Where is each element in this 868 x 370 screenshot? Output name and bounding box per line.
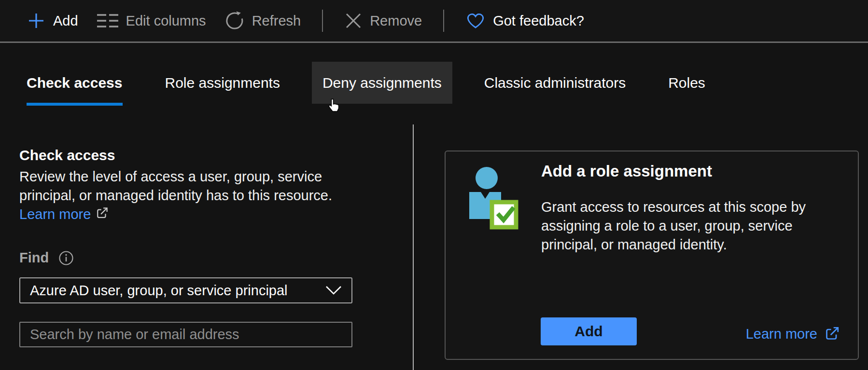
edit-columns-label: Edit columns xyxy=(126,13,206,29)
tab-label: Roles xyxy=(668,75,705,91)
remove-label: Remove xyxy=(370,13,422,29)
panel-heading: Check access xyxy=(19,147,352,164)
refresh-icon xyxy=(224,11,245,31)
edit-columns-icon xyxy=(97,14,119,28)
tab-role-assignments[interactable]: Role assignments xyxy=(154,62,291,104)
remove-button[interactable]: Remove xyxy=(344,12,422,30)
find-type-dropdown-value: Azure AD user, group, or service princip… xyxy=(30,283,288,299)
tab-classic-administrators[interactable]: Classic administrators xyxy=(474,62,636,104)
external-link-icon xyxy=(823,325,840,343)
tab-label: Deny assignments xyxy=(322,75,442,91)
add-button[interactable]: Add xyxy=(27,11,78,30)
check-access-panel: Check access Review the level of access … xyxy=(19,147,352,347)
tab-deny-assignments[interactable]: Deny assignments xyxy=(312,62,452,104)
find-label: Find xyxy=(19,250,49,266)
role-assignment-icon xyxy=(466,164,520,231)
tab-strip: Check access Role assignments Deny assig… xyxy=(16,62,716,104)
toolbar-separator xyxy=(443,10,444,32)
card-description: Grant access to resources at this scope … xyxy=(541,198,831,254)
learn-more-link[interactable]: Learn more xyxy=(19,206,91,222)
panel-description-text: Review the level of access a user, group… xyxy=(19,169,332,203)
card-learn-more: Learn more xyxy=(746,325,840,343)
heart-icon xyxy=(465,12,486,30)
card-add-button[interactable]: Add xyxy=(541,317,637,345)
toolbar-separator xyxy=(322,10,323,32)
refresh-label: Refresh xyxy=(252,13,301,29)
tab-label: Classic administrators xyxy=(484,75,626,91)
feedback-label: Got feedback? xyxy=(493,13,584,29)
card-title: Add a role assignment xyxy=(541,162,712,180)
feedback-button[interactable]: Got feedback? xyxy=(465,12,584,30)
find-row: Find xyxy=(19,250,352,266)
info-icon[interactable] xyxy=(58,250,74,266)
azure-access-control-page: Add Edit columns Refresh Remove xyxy=(0,0,868,370)
external-link-icon xyxy=(95,206,109,220)
tab-label: Role assignments xyxy=(165,75,280,91)
tab-check-access[interactable]: Check access xyxy=(16,62,133,104)
panel-description: Review the level of access a user, group… xyxy=(19,167,347,224)
card-learn-more-link[interactable]: Learn more xyxy=(746,326,817,342)
panel-divider xyxy=(413,124,414,370)
command-toolbar: Add Edit columns Refresh Remove xyxy=(0,0,868,43)
mouse-cursor xyxy=(327,98,339,113)
refresh-button[interactable]: Refresh xyxy=(224,11,301,31)
search-input[interactable] xyxy=(19,322,352,347)
tab-label: Check access xyxy=(27,75,123,91)
add-role-assignment-card: Add a role assignment Grant access to re… xyxy=(445,151,859,360)
plus-icon xyxy=(27,11,46,30)
add-button-label: Add xyxy=(53,13,78,29)
tab-roles[interactable]: Roles xyxy=(658,62,716,104)
close-icon xyxy=(344,12,363,30)
chevron-down-icon xyxy=(325,286,342,295)
edit-columns-button[interactable]: Edit columns xyxy=(97,13,206,29)
find-type-dropdown[interactable]: Azure AD user, group, or service princip… xyxy=(19,277,352,303)
